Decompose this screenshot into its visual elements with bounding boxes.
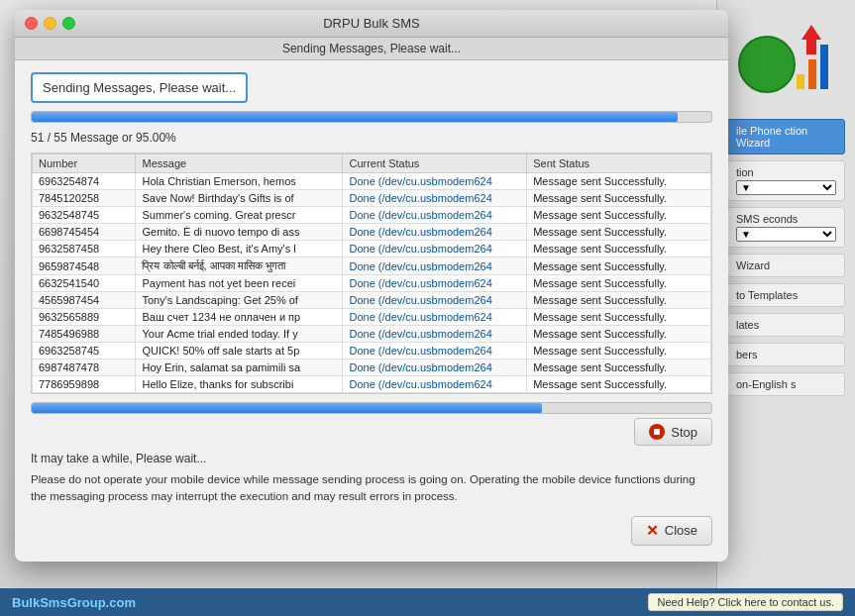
cell-number: 9632548745 — [33, 207, 136, 224]
table-row: 6987487478Hoy Erin, salamat sa pamimili … — [33, 359, 711, 376]
cell-message: Summer's coming. Great prescr — [136, 207, 343, 224]
sidebar-select-1[interactable]: ▼ — [736, 180, 836, 195]
main-dialog: DRPU Bulk SMS Sending Messages, Please w… — [15, 10, 728, 562]
warning-text: Please do not operate your mobile device… — [31, 471, 712, 506]
stop-icon-inner — [654, 429, 660, 435]
message-table-container: Number Message Current Status Sent Statu… — [31, 153, 712, 394]
cell-number: 6963258745 — [33, 343, 136, 359]
sidebar-item-2[interactable]: SMS econds ▼ — [727, 207, 845, 248]
table-row: 6963258745QUICK! 50% off sale starts at … — [33, 343, 711, 359]
cell-number: 6698745454 — [33, 224, 136, 241]
cell-sent: Message sent Successfully. — [527, 359, 711, 376]
cell-status: Done (/dev/cu.usbmodem264 — [343, 359, 527, 376]
cell-status: Done (/dev/cu.usbmodem624 — [343, 309, 527, 326]
cell-number: 6987487478 — [33, 359, 136, 376]
sidebar-item-5[interactable]: lates — [727, 313, 845, 337]
cell-message: Hello Elize, thanks for subscribi — [136, 376, 343, 393]
cell-message: Hey there Cleo Best, it's Amy's l — [136, 241, 343, 257]
table-row: 9632565889Ваш счет 1234 не оплачен и прD… — [33, 309, 711, 326]
cell-sent: Message sent Successfully. — [527, 190, 711, 207]
table-row: 9632587458Hey there Cleo Best, it's Amy'… — [33, 241, 711, 257]
sidebar-item-3[interactable]: Wizard — [727, 254, 845, 277]
table-row: 7786959898Hello Elize, thanks for subscr… — [33, 376, 711, 393]
sidebar-item-4[interactable]: to Templates — [727, 283, 845, 307]
cell-number: 9632587458 — [33, 241, 136, 257]
cell-status: Done (/dev/cu.usbmodem264 — [343, 326, 527, 343]
right-sidebar: ile Phone ction Wizard tion ▼ SMS econds… — [716, 0, 855, 616]
status-box: Sending Messages, Please wait... — [31, 72, 248, 103]
cell-message: प्रिय कोल्बी बर्नई, आपका मासिक भुगता — [136, 257, 343, 275]
progress-fill-1 — [32, 112, 678, 122]
cell-number: 9632565889 — [33, 309, 136, 326]
stats-text: 51 / 55 Message or 95.00% — [31, 131, 712, 145]
table-row: 4565987454Tony's Landscaping: Get 25% of… — [33, 292, 711, 309]
sidebar-item-6[interactable]: bers — [727, 343, 845, 366]
cell-message: QUICK! 50% off sale starts at 5p — [136, 343, 343, 359]
sidebar-item-1[interactable]: tion ▼ — [727, 160, 845, 201]
maximize-button-window[interactable] — [62, 17, 75, 30]
cell-message: Hoy Erin, salamat sa pamimili sa — [136, 359, 343, 376]
col-header-number: Number — [33, 154, 136, 173]
table-row: 9659874548प्रिय कोल्बी बर्नई, आपका मासिक… — [33, 257, 711, 275]
footer-brand: BulkSmsGroup.com — [12, 595, 136, 610]
table-row: 9632548745Summer's coming. Great prescrD… — [33, 207, 711, 224]
svg-rect-2 — [808, 59, 816, 89]
cell-status: Done (/dev/cu.usbmodem624 — [343, 173, 527, 190]
cell-message: Hola Christian Emerson, hemos — [136, 173, 343, 190]
cell-number: 7845120258 — [33, 190, 136, 207]
cell-sent: Message sent Successfully. — [527, 292, 711, 309]
cell-number: 4565987454 — [33, 292, 136, 309]
sidebar-chart — [737, 20, 836, 99]
sidebar-items: ile Phone ction Wizard tion ▼ SMS econds… — [717, 109, 855, 412]
table-row: 6963254874Hola Christian Emerson, hemosD… — [33, 173, 711, 190]
progress-bar-2 — [31, 402, 712, 414]
wait-text: It may take a while, Please wait... — [31, 452, 712, 465]
cell-sent: Message sent Successfully. — [527, 275, 711, 292]
cell-message: Save Now! Birthday's Gifts is of — [136, 190, 343, 207]
svg-marker-4 — [802, 25, 821, 54]
cell-sent: Message sent Successfully. — [527, 309, 711, 326]
cell-message: Tony's Landscaping: Get 25% of — [136, 292, 343, 309]
brand-text: BulkSmsGroup.com — [12, 595, 136, 610]
svg-rect-1 — [797, 74, 804, 89]
cell-sent: Message sent Successfully. — [527, 376, 711, 393]
table-row: 7845120258Save Now! Birthday's Gifts is … — [33, 190, 711, 207]
cell-status: Done (/dev/cu.usbmodem624 — [343, 275, 527, 292]
cell-status: Done (/dev/cu.usbmodem264 — [343, 343, 527, 359]
cell-sent: Message sent Successfully. — [527, 224, 711, 241]
window-controls — [25, 17, 75, 30]
svg-point-0 — [739, 37, 795, 92]
stop-icon — [649, 424, 665, 440]
col-header-status: Current Status — [343, 154, 527, 173]
stop-button[interactable]: Stop — [634, 418, 712, 446]
cell-status: Done (/dev/cu.usbmodem264 — [343, 224, 527, 241]
cell-sent: Message sent Successfully. — [527, 343, 711, 359]
close-button-window[interactable] — [25, 17, 38, 30]
cell-message: Payment has not yet been recei — [136, 275, 343, 292]
cell-message: Your Acme trial ended today. If y — [136, 326, 343, 343]
sidebar-select-2[interactable]: ▼ — [736, 227, 836, 242]
sidebar-item-7[interactable]: on-English s — [727, 372, 845, 396]
cell-status: Done (/dev/cu.usbmodem264 — [343, 207, 527, 224]
cell-message: Gemito. È di nuovo tempo di ass — [136, 224, 343, 241]
cell-number: 6632541540 — [33, 275, 136, 292]
cell-number: 6963254874 — [33, 173, 136, 190]
close-row: ✕ Close — [31, 516, 712, 546]
cell-sent: Message sent Successfully. — [527, 257, 711, 275]
footer-bar: BulkSmsGroup.com Need Help? Click here t… — [0, 588, 855, 616]
sub-header: Sending Messages, Please wait... — [15, 38, 728, 60]
sidebar-item-0[interactable]: ile Phone ction Wizard — [727, 119, 845, 154]
cell-number: 7485496988 — [33, 326, 136, 343]
col-header-sent: Sent Status — [527, 154, 711, 173]
close-button[interactable]: ✕ Close — [631, 516, 712, 546]
help-button[interactable]: Need Help? Click here to contact us. — [648, 593, 843, 611]
stop-row: Stop — [31, 418, 712, 446]
cell-status: Done (/dev/cu.usbmodem624 — [343, 376, 527, 393]
stop-label: Stop — [671, 425, 697, 440]
table-row: 7485496988Your Acme trial ended today. I… — [33, 326, 711, 343]
minimize-button-window[interactable] — [44, 17, 56, 30]
cell-sent: Message sent Successfully. — [527, 207, 711, 224]
cell-status: Done (/dev/cu.usbmodem264 — [343, 292, 527, 309]
cell-sent: Message sent Successfully. — [527, 241, 711, 257]
title-bar: DRPU Bulk SMS — [15, 10, 728, 38]
